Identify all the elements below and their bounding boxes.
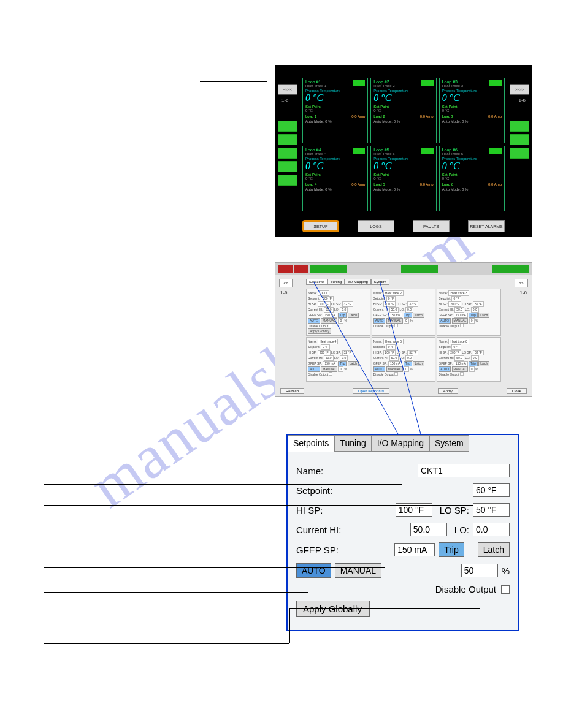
setpoint-value: 0 °C	[305, 176, 365, 180]
process-temp-value: 0 °C	[442, 161, 502, 172]
current-lo-field[interactable]: 0.0	[473, 523, 510, 536]
manual-button[interactable]: MANUAL	[335, 563, 381, 578]
amp-value: 0.0 Amp	[351, 183, 365, 186]
load-label: Load 1	[305, 115, 316, 118]
callout-line	[44, 505, 473, 506]
current-lo-label: LO:	[454, 525, 469, 535]
logs-button[interactable]: LOGS	[358, 220, 394, 232]
amp-value: 0.0 Amp	[420, 183, 434, 186]
callout-line	[44, 526, 385, 526]
reset-alarms-button[interactable]: RESET ALARMS	[468, 220, 505, 232]
amp-value: 0.0 Amp	[420, 115, 434, 118]
manual-pct-field[interactable]: 50	[461, 564, 498, 577]
side-indicator[interactable]	[278, 161, 297, 172]
percent-unit: %	[502, 566, 510, 576]
side-indicator[interactable]	[278, 121, 297, 132]
setpoints-panel-zoom: SetpointsTuningI/O MappingSystem Name: C…	[286, 434, 519, 631]
side-indicator[interactable]	[278, 134, 297, 145]
page-range-right: 1-6	[519, 290, 527, 295]
setup-titlebar	[275, 263, 532, 275]
loop-panel[interactable]: Loop #1Heat Trace 1Process Temperature0 …	[302, 78, 368, 143]
page-range-left: 1-6	[282, 97, 289, 103]
loop-setpoint-cell: Name: Heat trace 2Setpoint: 0 °FHI SP: 2…	[372, 289, 436, 336]
name-label: Name:	[296, 466, 358, 476]
load-label: Load 3	[442, 115, 453, 118]
process-temp-value: 0 °C	[305, 93, 365, 104]
process-temp-value: 0 °C	[305, 161, 365, 172]
loop-panel[interactable]: Loop #5Heat Trace 5Process Temperature0 …	[370, 146, 436, 211]
callout-line	[44, 547, 385, 547]
status-indicator-icon	[353, 148, 365, 154]
disable-output-checkbox[interactable]	[501, 585, 510, 594]
faults-button[interactable]: FAULTS	[413, 220, 450, 232]
latch-button[interactable]: Latch	[478, 542, 510, 557]
process-temp-value: 0 °C	[373, 93, 433, 104]
setpoint-value: 0 °C	[373, 176, 433, 180]
mode-label: Auto Mode, 0 %	[305, 188, 365, 191]
load-label: Load 2	[373, 115, 385, 118]
side-indicator[interactable]	[510, 134, 529, 145]
trip-button[interactable]: Trip	[439, 542, 464, 557]
nav-prev-button[interactable]: <<	[279, 279, 293, 287]
page-range-left: 1-6	[280, 290, 288, 295]
nav-prev-button[interactable]: <<<<	[278, 84, 297, 95]
lo-sp-label: LO SP:	[440, 505, 469, 515]
setpoint-value: 0 °C	[442, 108, 502, 112]
setup-button[interactable]: SETUP	[302, 220, 339, 232]
load-label: Load 5	[373, 183, 385, 186]
loop-panel[interactable]: Loop #3Heat Trace 3Process Temperature0 …	[439, 78, 505, 143]
nav-next-button[interactable]: >>	[515, 279, 528, 287]
apply-button[interactable]: Apply	[438, 388, 458, 394]
loop-setpoint-cell: Name: CKT1Setpoint: 300 °FHI SP: 200 °F …	[306, 289, 370, 336]
tab-tuning[interactable]: Tuning	[327, 279, 345, 285]
callout-line	[289, 608, 480, 609]
hmi-main-screen: <<<< >>>> 1-6 1-6 Loop #1Heat Trace 1Pro…	[275, 65, 532, 237]
tab-system[interactable]: System	[429, 435, 469, 452]
status-indicator-icon	[353, 80, 365, 86]
loop-setpoint-cell: Name: Heat trace 4Setpoint: 0 °FHI SP: 2…	[306, 337, 370, 382]
setpoint-value: 0 °C	[442, 176, 502, 180]
mode-label: Auto Mode, 0 %	[373, 188, 433, 191]
process-temp-value: 0 °C	[373, 161, 433, 172]
open-keyboard-button[interactable]: Open Keyboard	[353, 388, 389, 394]
lo-sp-field[interactable]: 50 °F	[473, 503, 510, 517]
auto-button[interactable]: AUTO	[296, 563, 331, 578]
side-indicator[interactable]	[510, 121, 529, 132]
side-indicator[interactable]	[278, 175, 297, 186]
tab-tuning[interactable]: Tuning	[334, 435, 371, 452]
refresh-button[interactable]: Refresh	[280, 388, 304, 394]
amp-value: 0.0 Amp	[351, 115, 365, 118]
setpoint-value: 0 °C	[373, 108, 433, 112]
mode-label: Auto Mode, 0 %	[442, 188, 502, 191]
setpoint-field[interactable]: 60 °F	[473, 483, 510, 497]
amp-value: 0.0 Amp	[488, 115, 502, 118]
name-field[interactable]: CKT1	[418, 464, 510, 477]
mode-label: Auto Mode, 0 %	[305, 119, 365, 123]
loop-panel[interactable]: Loop #2Heat Trace 2Process Temperature0 …	[370, 78, 436, 143]
gfep-sp-field[interactable]: 150 mA	[394, 543, 435, 556]
load-label: Load 4	[305, 183, 316, 186]
loop-setpoint-cell: Name: Heat trace 3Setpoint: 0 °FHI SP: 2…	[437, 289, 501, 336]
mode-label: Auto Mode, 0 %	[442, 119, 502, 123]
mode-label: Auto Mode, 0 %	[373, 119, 433, 123]
callout-line	[44, 484, 402, 485]
status-indicator-icon	[489, 148, 502, 154]
status-indicator-icon	[421, 148, 434, 154]
callout-line	[44, 567, 385, 568]
side-indicator[interactable]	[510, 148, 529, 159]
amp-value: 0.0 Amp	[488, 183, 502, 186]
nav-next-button[interactable]: >>>>	[510, 84, 529, 95]
loop-panel[interactable]: Loop #4Heat Trace 4Process Temperature0 …	[302, 146, 368, 211]
current-hi-field[interactable]: 50.0	[410, 523, 447, 536]
tab-setpoints[interactable]: Setpoints	[306, 279, 327, 285]
callout-line	[289, 608, 290, 643]
callout-line	[44, 592, 308, 593]
close-button[interactable]: Close	[507, 388, 527, 394]
loop-panel[interactable]: Loop #6Heat Trace 6Process Temperature0 …	[439, 146, 505, 211]
side-indicator[interactable]	[278, 148, 297, 159]
tab-i-o-mapping[interactable]: I/O Mapping	[345, 279, 371, 285]
apply-globally-button[interactable]: Apply Globally	[296, 601, 370, 617]
tab-i-o-mapping[interactable]: I/O Mapping	[372, 435, 429, 452]
tab-setpoints[interactable]: Setpoints	[288, 435, 334, 452]
callout-rule	[200, 81, 267, 82]
